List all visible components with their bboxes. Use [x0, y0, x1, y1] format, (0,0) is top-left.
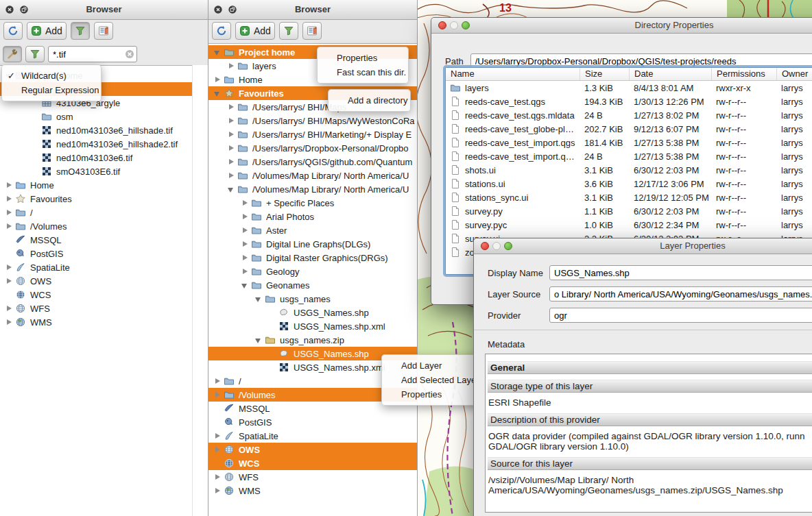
chevron-right-icon[interactable] [240, 225, 250, 235]
chevron-right-icon[interactable] [4, 262, 14, 272]
tree-item-geology[interactable]: Geology [208, 265, 417, 278]
tree-item-aster[interactable]: Aster [208, 223, 417, 237]
menu-item-regular-expression[interactable]: Regular Expression [2, 83, 101, 97]
tree-item-users-larrys-dropbox-personal-dropbo[interactable]: /Users/larrys/Dropbox-Personal/Dropbo [208, 141, 417, 155]
tree-item-ned10m43103e6-hillshade2-tif[interactable]: ned10m43103e6_hillshade2.tif [0, 137, 193, 151]
tree-item-users-larrys-qgis-github-com-quantum[interactable]: /Users/larrys/QGIS/github.com/Quantum [208, 155, 417, 169]
filter-toggle-button[interactable] [279, 22, 298, 40]
tree-item-spatialite[interactable]: SpatiaLite [0, 260, 193, 274]
tree-item-wms[interactable]: WMS [208, 484, 417, 497]
table-row[interactable]: stations_sync.ui3.1 KiB12/19/12 12:05 PM… [446, 191, 812, 204]
tree-item-wfs[interactable]: WFS [0, 302, 193, 315]
filter-options-button[interactable] [3, 46, 22, 62]
tree-item-wcs[interactable]: WCS [0, 288, 193, 302]
add-button[interactable]: Add [235, 22, 275, 40]
filter-toggle-button[interactable] [71, 22, 90, 40]
chevron-right-icon[interactable] [226, 130, 236, 139]
chevron-right-icon[interactable] [240, 253, 250, 262]
tree-scroll-gutter[interactable] [192, 65, 208, 516]
chevron-right-icon[interactable] [240, 198, 250, 208]
table-row[interactable]: reeds-cave_test_import.qgs181.4 KiB1/27/… [446, 136, 812, 149]
dialog-titlebar[interactable]: Layer Properties [474, 238, 812, 254]
chevron-down-icon[interactable] [213, 88, 222, 98]
apply-filter-button[interactable] [25, 46, 45, 62]
collapse-all-button[interactable] [94, 22, 113, 40]
chevron-right-icon[interactable] [226, 61, 236, 71]
tree-item-smo43103e6-tif[interactable]: smO43103E6.tif [0, 164, 193, 178]
metadata-box[interactable]: GeneralStorage type of this layerESRI Sh… [485, 354, 812, 513]
tree-item-postgis[interactable]: PostGIS [0, 247, 193, 260]
chevron-right-icon[interactable] [4, 221, 14, 231]
path-input[interactable] [470, 53, 812, 69]
chevron-right-icon[interactable] [4, 208, 14, 217]
menu-item-fast-scan-this-dir[interactable]: Fast scan this dir. [318, 65, 408, 79]
tree-item-geonames[interactable]: Geonames [208, 278, 417, 292]
chevron-down-icon[interactable] [240, 280, 250, 290]
chevron-right-icon[interactable] [4, 180, 14, 190]
tree-item-mssql[interactable]: MSSQL [0, 233, 193, 247]
tree-item-ows[interactable]: OWS [0, 274, 193, 288]
tree-item-arial-photos[interactable]: Arial Photos [208, 210, 417, 223]
chevron-right-icon[interactable] [226, 143, 236, 153]
tree-item-specific-places[interactable]: + Specific Places [208, 196, 417, 210]
chevron-right-icon[interactable] [4, 194, 14, 204]
table-row[interactable]: reeds-cave_test_globe-pl…202.7 KiB9/12/1… [446, 122, 812, 136]
chevron-right-icon[interactable] [240, 267, 250, 276]
chevron-right-icon[interactable] [226, 116, 236, 125]
chevron-right-icon[interactable] [4, 276, 14, 286]
chevron-right-icon[interactable] [240, 239, 250, 249]
menu-item-properties[interactable]: Properties [318, 51, 408, 65]
column-header-owner[interactable]: Owner [776, 68, 812, 80]
dialog-titlebar[interactable]: Directory Properties [431, 18, 812, 34]
tree-item-ned10m43103e6-hillshade-tif[interactable]: ned10m43103e6_hillshade.tif [0, 123, 193, 137]
tree-item-usgs-names-shp[interactable]: USGS_Names.shp [208, 306, 417, 319]
table-row[interactable]: stations.ui3.6 KiB12/17/12 3:06 PMrw-r--… [446, 177, 812, 191]
tree-item-digital-line-graphs-dlgs[interactable]: Digital Line Graphs(DLGs) [208, 237, 417, 251]
tree-item-ows[interactable]: OWS [208, 443, 417, 456]
menu-item-add-layer[interactable]: Add Layer [382, 358, 483, 373]
tree-item-postgis[interactable]: PostGIS [208, 415, 417, 429]
table-row[interactable]: survey.pyc1.0 KiB6/30/12 2:34 PMrw-r--r-… [446, 218, 812, 232]
refresh-button[interactable] [3, 22, 23, 40]
chevron-right-icon[interactable] [213, 445, 222, 454]
tree-item-users-larrys-bhi-maps-wywestoncora[interactable]: /Users/larrys/ BHI/Maps/WyWestonCoRa [208, 114, 417, 127]
tree-item-usgs-names[interactable]: usgs_names [208, 292, 417, 306]
tree-item-item[interactable]: / [0, 206, 193, 219]
chevron-right-icon[interactable] [226, 171, 236, 180]
tree-item-usgs-names-zip[interactable]: usgs_names.zip [208, 333, 417, 347]
refresh-button[interactable] [212, 22, 231, 40]
tree-item-volumes-map-library-north-america-u[interactable]: /Volumes/Map Library/ North America/U [208, 169, 417, 182]
tree-item-volumes[interactable]: /Volumes [0, 219, 193, 233]
chevron-right-icon[interactable] [213, 486, 222, 495]
chevron-right-icon[interactable] [240, 212, 250, 221]
menu-item-add-a-directory[interactable]: Add a directory [329, 93, 410, 108]
table-row[interactable]: shots.ui3.1 KiB6/30/12 2:03 PMrw-r--r--l… [446, 163, 812, 177]
tree-item-spatialite[interactable]: SpatiaLite [208, 429, 417, 443]
tree-item-users-larrys-bhi-marketing-display-e[interactable]: /Users/larrys/ BHI/Marketing/+ Display E [208, 127, 417, 141]
tree-item-volumes-map-library-north-america-u[interactable]: /Volumes/Map Library/ North America/U [208, 182, 417, 196]
column-header-permissions[interactable]: Permissions [711, 68, 776, 80]
table-row[interactable]: layers1.3 KiB8/4/13 8:01 AMrwxr-xr-xlarr… [446, 81, 812, 95]
chevron-right-icon[interactable] [226, 157, 236, 167]
tree-item-wfs[interactable]: WFS [208, 470, 417, 484]
tree-item-digital-raster-graphics-drgs[interactable]: Digital Raster Graphics(DRGs) [208, 251, 417, 265]
tree-item-ned10m43103e6-tif[interactable]: ned10m43103e6.tif [0, 151, 193, 164]
chevron-right-icon[interactable] [213, 376, 222, 386]
chevron-right-icon[interactable] [4, 317, 14, 327]
tree-item-wcs[interactable]: WCS [208, 456, 417, 470]
chevron-right-icon[interactable] [213, 390, 222, 400]
tree-item-favourites[interactable]: Favourites [0, 192, 193, 206]
column-header-name[interactable]: Name [446, 68, 580, 80]
chevron-down-icon[interactable] [254, 294, 263, 304]
tree-item-usgs-names-shp-xml[interactable]: USGS_Names.shp.xml [208, 319, 417, 333]
chevron-right-icon[interactable] [213, 472, 222, 482]
layer-source-input[interactable] [549, 286, 812, 302]
menu-item-properties[interactable]: Properties [382, 387, 483, 402]
table-row[interactable]: reeds-cave_test.qgs.mldata24 B1/27/13 8:… [446, 108, 812, 122]
table-row[interactable]: reeds-cave_test.qgs194.3 KiB1/30/13 12:2… [446, 95, 812, 108]
display-name-input[interactable] [549, 265, 812, 280]
table-row[interactable]: reeds-cave_test_import.q…24 B1/27/13 5:3… [446, 149, 812, 163]
chevron-right-icon[interactable] [4, 304, 14, 313]
menu-item-wildcard-s[interactable]: ✓Wildcard(s) [2, 69, 101, 83]
tree-item-wms[interactable]: WMS [0, 315, 193, 329]
